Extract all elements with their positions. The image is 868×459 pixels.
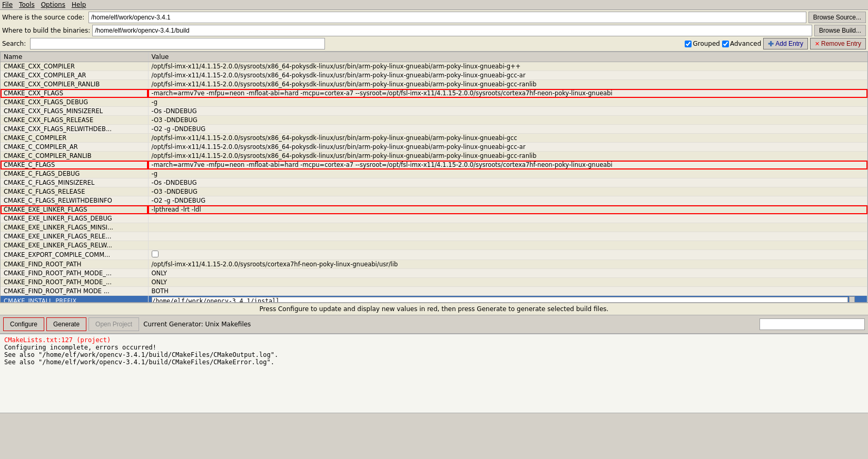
table-row[interactable]: CMAKE_CXX_FLAGS_DEBUG-g xyxy=(1,98,867,107)
table-row[interactable]: CMAKE_CXX_FLAGS_MINSIZEREL-Os -DNDEBUG xyxy=(1,107,867,116)
generator-text: Current Generator: Unix Makefiles xyxy=(143,321,251,328)
cell-value: -g xyxy=(148,169,867,178)
col-name-header: Name xyxy=(1,52,148,62)
table-container[interactable]: Name Value CMAKE_CXX_COMPILER/opt/fsl-im… xyxy=(0,52,868,303)
grouped-checkbox[interactable] xyxy=(685,41,692,47)
table-row[interactable]: CMAKE_EXE_LINKER_FLAGS_DEBUG xyxy=(1,214,867,223)
table-row[interactable]: CMAKE_C_COMPILER_RANLIB/opt/fsl-imx-x11/… xyxy=(1,152,867,161)
table-row[interactable]: CMAKE_C_COMPILER_AR/opt/fsl-imx-x11/4.1.… xyxy=(1,143,867,152)
browse-source-button[interactable]: Browse Source... xyxy=(808,12,866,23)
cell-name: CMAKE_CXX_FLAGS_RELEASE xyxy=(1,116,148,125)
table-row[interactable]: CMAKE_EXE_LINKER_FLAGS_RELW... xyxy=(1,241,867,250)
cell-name: CMAKE_C_COMPILER xyxy=(1,134,148,143)
table-row[interactable]: CMAKE_CXX_COMPILER_AR/opt/fsl-imx-x11/4.… xyxy=(1,71,867,80)
table-row[interactable]: CMAKE_CXX_COMPILER/opt/fsl-imx-x11/4.1.1… xyxy=(1,62,867,71)
cell-value: -march=armv7ve -mfpu=neon -mfloat-abi=ha… xyxy=(148,161,867,169)
cell-name: CMAKE_C_FLAGS_RELEASE xyxy=(1,187,148,196)
table-row[interactable]: CMAKE_FIND_ROOT_PATH_MODE_...ONLY xyxy=(1,278,867,287)
output-line1: CMakeLists.txt:127 (project) xyxy=(4,336,864,344)
table-row[interactable]: CMAKE_EXE_LINKER_FLAGS_MINSI... xyxy=(1,223,867,232)
cell-name: CMAKE_CXX_COMPILER_RANLIB xyxy=(1,80,148,89)
menu-bar: File Tools Options Help xyxy=(0,0,868,10)
cell-name: CMAKE_CXX_FLAGS_DEBUG xyxy=(1,98,148,107)
table-row[interactable]: CMAKE_C_COMPILER/opt/fsl-imx-x11/4.1.15-… xyxy=(1,134,867,143)
output-area[interactable]: CMakeLists.txt:127 (project) Configuring… xyxy=(0,334,868,413)
menu-file[interactable]: File xyxy=(2,1,13,8)
table-row[interactable]: CMAKE_C_FLAGS_RELEASE-O3 -DNDEBUG xyxy=(1,187,867,196)
cell-name: CMAKE_EXE_LINKER_FLAGS_DEBUG xyxy=(1,214,148,223)
horizontal-scrollbar[interactable] xyxy=(0,413,868,421)
table-row[interactable]: CMAKE_CXX_COMPILER_RANLIB/opt/fsl-imx-x1… xyxy=(1,80,867,89)
cell-value: ONLY xyxy=(148,269,867,278)
cell-value xyxy=(148,250,867,260)
browse-build-button[interactable]: Browse Build... xyxy=(814,25,866,36)
search-label: Search: xyxy=(2,40,26,47)
cell-name: CMAKE_EXE_LINKER_FLAGS_MINSI... xyxy=(1,223,148,232)
cell-name: CMAKE_FIND_ROOT_PATH MODE ... xyxy=(1,287,148,296)
table-row[interactable]: CMAKE_CXX_FLAGS_RELWITHDEB...-O2 -g -DND… xyxy=(1,125,867,134)
table-row[interactable]: CMAKE_EXE_LINKER_FLAGS_RELE... xyxy=(1,232,867,241)
table-row[interactable]: CMAKE_CXX_FLAGS_RELEASE-O3 -DNDEBUG xyxy=(1,116,867,125)
table-row[interactable]: CMAKE_FIND_ROOT_PATH_MODE_...ONLY xyxy=(1,269,867,278)
configure-button[interactable]: Configure xyxy=(3,317,44,331)
build-input[interactable] xyxy=(92,25,812,36)
cell-value xyxy=(148,232,867,241)
cell-value: -O2 -g -DNDEBUG xyxy=(148,196,867,205)
export-compile-checkbox[interactable] xyxy=(152,251,159,257)
cell-name: CMAKE_CXX_COMPILER_AR xyxy=(1,71,148,80)
cell-name: CMAKE_EXE_LINKER_FLAGS xyxy=(1,205,148,214)
table-row[interactable]: CMAKE_C_FLAGS_MINSIZEREL-Os -DNDEBUG xyxy=(1,178,867,187)
table-row[interactable]: CMAKE_FIND_ROOT_PATH/opt/fsl-imx-x11/4.1… xyxy=(1,260,867,269)
table-row[interactable]: CMAKE_C_FLAGS_RELWITHDEBINFO-O2 -g -DNDE… xyxy=(1,196,867,205)
table-row[interactable]: CMAKE_EXE_LINKER_FLAGS-lpthread -lrt -ld… xyxy=(1,205,867,214)
search-input[interactable] xyxy=(30,38,325,49)
cell-name: CMAKE_EXE_LINKER_FLAGS_RELE... xyxy=(1,232,148,241)
table-row[interactable]: CMAKE_EXPORT_COMPILE_COMM... xyxy=(1,250,867,260)
cell-value: BOTH xyxy=(148,287,867,296)
menu-options[interactable]: Options xyxy=(41,1,65,8)
plus-icon: ✚ xyxy=(768,40,774,48)
source-input[interactable] xyxy=(88,12,806,23)
cell-name: CMAKE_CXX_COMPILER xyxy=(1,62,148,71)
advanced-checkbox-label[interactable]: Advanced xyxy=(722,40,761,47)
main-area: Name Value CMAKE_CXX_COMPILER/opt/fsl-im… xyxy=(0,52,868,421)
cell-value[interactable]: ... xyxy=(148,296,867,303)
cell-value: -lpthread -lrt -ldl xyxy=(148,205,867,214)
generator-input[interactable] xyxy=(760,318,865,330)
cell-name: CMAKE_C_COMPILER_RANLIB xyxy=(1,152,148,161)
cell-value: -Os -DNDEBUG xyxy=(148,107,867,116)
table-row[interactable]: CMAKE_INSTALL_PREFIX... xyxy=(1,296,867,303)
menu-help[interactable]: Help xyxy=(72,1,86,8)
add-entry-button[interactable]: ✚ Add Entry xyxy=(763,38,808,49)
remove-entry-button[interactable]: ✕ Remove Entry xyxy=(810,38,866,49)
ellipsis-button[interactable]: ... xyxy=(849,296,855,303)
generate-button[interactable]: Generate xyxy=(46,317,86,331)
cell-value: /opt/fsl-imx-x11/4.1.15-2.0.0/sysroots/c… xyxy=(148,260,867,269)
cell-value: /opt/fsl-imx-x11/4.1.15-2.0.0/sysroots/x… xyxy=(148,80,867,89)
table-row[interactable]: CMAKE_C_FLAGS_DEBUG-g xyxy=(1,169,867,178)
grouped-checkbox-label[interactable]: Grouped xyxy=(685,40,720,47)
cell-name: CMAKE_CXX_FLAGS_MINSIZEREL xyxy=(1,107,148,116)
table-row[interactable]: CMAKE_CXX_FLAGS-march=armv7ve -mfpu=neon… xyxy=(1,89,867,98)
cell-value: -O2 -g -DNDEBUG xyxy=(148,125,867,134)
cell-value: -march=armv7ve -mfpu=neon -mfloat-abi=ha… xyxy=(148,89,867,98)
cell-value: /opt/fsl-imx-x11/4.1.15-2.0.0/sysroots/x… xyxy=(148,62,867,71)
output-line4: See also "/home/elf/work/opencv-3.4.1/bu… xyxy=(4,351,864,358)
cell-value: -O3 -DNDEBUG xyxy=(148,187,867,196)
cell-value: -O3 -DNDEBUG xyxy=(148,116,867,125)
bottom-panel: Configure Generate Open Project Current … xyxy=(0,315,868,421)
cell-name: CMAKE_C_COMPILER_AR xyxy=(1,143,148,152)
cell-name: CMAKE_C_FLAGS_MINSIZEREL xyxy=(1,178,148,187)
output-line3: Configuring incomplete, errors occurred! xyxy=(4,344,864,351)
table-row[interactable]: CMAKE_FIND_ROOT_PATH MODE ...BOTH xyxy=(1,287,867,296)
cell-name: CMAKE_FIND_ROOT_PATH_MODE_... xyxy=(1,278,148,287)
table-row[interactable]: CMAKE_C_FLAGS-march=armv7ve -mfpu=neon -… xyxy=(1,161,867,169)
cell-name: CMAKE_EXE_LINKER_FLAGS_RELW... xyxy=(1,241,148,250)
toolbar: Where is the source code: Browse Source.… xyxy=(0,10,868,52)
cell-value: /opt/fsl-imx-x11/4.1.15-2.0.0/sysroots/x… xyxy=(148,71,867,80)
cell-value: /opt/fsl-imx-x11/4.1.15-2.0.0/sysroots/x… xyxy=(148,143,867,152)
advanced-checkbox[interactable] xyxy=(722,41,729,47)
selected-cell-input[interactable] xyxy=(152,297,849,303)
menu-tools[interactable]: Tools xyxy=(19,1,35,8)
cell-value xyxy=(148,241,867,250)
